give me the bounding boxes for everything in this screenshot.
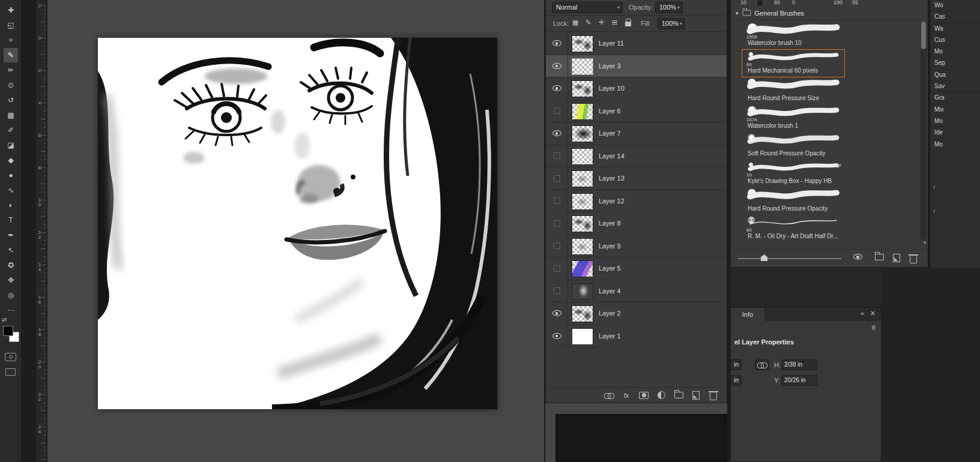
hand-tool[interactable]: ✥	[4, 273, 18, 287]
document-canvas[interactable]	[98, 38, 497, 409]
spot-healing-brush-tool[interactable]: ✚	[4, 3, 18, 17]
lock-all-icon[interactable]	[625, 22, 631, 26]
layer-visibility-toggle[interactable]	[546, 122, 568, 145]
slider-knob[interactable]	[756, 0, 764, 5]
path-select-tool[interactable]: ↖	[4, 243, 18, 257]
layer-visibility-toggle[interactable]	[546, 325, 568, 347]
scroll-down-icon[interactable]: ▾	[924, 240, 926, 245]
list-item[interactable]: Sep	[930, 58, 980, 69]
brush-item-watercolor-brush-10[interactable]: 1559 Watercolor brush 10 ✏	[731, 22, 919, 49]
layer-visibility-toggle[interactable]	[546, 55, 568, 77]
lock-artboard-icon[interactable]: ⊞	[612, 19, 617, 26]
layer-visibility-toggle[interactable]	[546, 32, 568, 55]
scrollbar-thumb[interactable]	[921, 22, 926, 49]
width-field[interactable]: in	[730, 359, 742, 370]
brush-item-rm-oil-dry-art-draft[interactable]: 80 R. M. - Oil Dry - Art Draft Half Dr..…	[731, 215, 919, 242]
layer-thumbnail[interactable]	[572, 306, 593, 322]
brush-item-watercolor-brush-1[interactable]: 1674 Watercolor brush 1 ✏	[731, 104, 919, 132]
secondary-canvas[interactable]	[555, 414, 727, 462]
layer-thumbnail[interactable]	[572, 36, 593, 52]
y-field[interactable]: 20/26 in	[781, 375, 817, 386]
brush-size-slider[interactable]	[738, 258, 841, 259]
smudge-tool[interactable]: ∿	[4, 183, 18, 197]
layer-visibility-toggle[interactable]	[546, 257, 568, 280]
brush-size-slider-handle[interactable]	[761, 254, 767, 261]
layer-thumbnail[interactable]	[572, 239, 593, 254]
layer-row-layer-7[interactable]: Layer 7	[546, 122, 727, 145]
tab-info[interactable]: Info	[731, 308, 764, 321]
layer-thumbnail[interactable]	[572, 284, 593, 299]
layer-row-layer-2[interactable]: Layer 2	[546, 302, 727, 325]
pattern-stamp-tool[interactable]: ▦	[4, 108, 18, 122]
layer-row-layer-1[interactable]: Layer 1	[546, 325, 727, 348]
layer-thumbnail[interactable]	[572, 171, 593, 187]
lock-pixels-icon[interactable]: ✎	[585, 19, 591, 26]
layer-thumbnail[interactable]	[572, 59, 593, 74]
layer-row-layer-8[interactable]: Layer 8	[546, 212, 727, 235]
eyedropper-tool[interactable]: ✧	[4, 33, 18, 47]
layer-thumbnail[interactable]	[572, 126, 593, 142]
new-layer-button[interactable]	[691, 391, 701, 400]
lock-transparency-icon[interactable]: ▦	[572, 19, 578, 26]
layer-visibility-toggle[interactable]	[546, 190, 568, 212]
list-item[interactable]: Mo	[930, 46, 980, 58]
shape-tool[interactable]: ✪	[4, 258, 18, 272]
pencil-tool[interactable]: ✏	[4, 63, 18, 77]
layer-row-layer-11[interactable]: Layer 11	[546, 32, 727, 55]
layer-thumbnail[interactable]	[572, 81, 593, 97]
layer-row-layer-4[interactable]: Layer 4	[546, 280, 727, 303]
layer-thumbnail[interactable]	[572, 194, 593, 209]
layer-visibility-toggle[interactable]	[546, 145, 568, 167]
brush-group-header[interactable]: ▾ General Brushes	[731, 6, 921, 20]
zoom-tool[interactable]: ◎	[4, 288, 18, 302]
foreground-color-swatch[interactable]	[3, 326, 13, 336]
clone-stamp-tool[interactable]: ⊙	[4, 78, 18, 92]
panel-menu-icon[interactable]: ≡	[871, 323, 876, 332]
height-field[interactable]: 2/38 in	[781, 359, 817, 370]
list-item[interactable]: Mo	[930, 116, 980, 127]
layer-visibility-toggle[interactable]	[546, 235, 568, 257]
layer-thumbnail[interactable]	[572, 261, 593, 277]
new-brush-button[interactable]	[893, 254, 900, 262]
layer-thumbnail[interactable]	[572, 104, 593, 119]
brushes-scrollbar[interactable]	[921, 22, 927, 240]
fill-input[interactable]: 100% ▾	[658, 18, 685, 29]
list-item[interactable]: Gra	[930, 92, 980, 104]
layer-row-layer-5[interactable]: Layer 5	[546, 257, 727, 280]
list-item[interactable]: Ide	[930, 127, 980, 139]
layer-effects-button[interactable]: fx	[622, 391, 631, 400]
brush-item-soft-round-pressure-opacity[interactable]: Soft Round Pressure Opacity ✏	[731, 132, 919, 160]
adjustment-layer-button[interactable]	[656, 391, 666, 400]
collapse-panel-icon[interactable]: «	[861, 310, 864, 317]
brush-item-hard-round-pressure-size[interactable]: Hard Round Pressure Size ✏	[731, 77, 919, 104]
layer-row-layer-14[interactable]: Layer 14	[546, 145, 727, 168]
list-item[interactable]: Mo	[930, 139, 980, 151]
layer-row-layer-3[interactable]: Layer 3	[546, 55, 727, 78]
gradient-tool[interactable]: ◆	[4, 153, 18, 167]
list-item[interactable]: Sav	[930, 81, 980, 92]
close-icon[interactable]: ✕	[870, 310, 876, 317]
chevron-right-icon[interactable]: ›	[933, 184, 935, 190]
link-dimensions-button[interactable]	[755, 359, 769, 370]
delete-brush-button[interactable]	[910, 254, 917, 263]
dodge-tool[interactable]: ◐	[4, 198, 18, 212]
add-layer-mask-button[interactable]	[639, 391, 649, 400]
edit-toolbar-button[interactable]: ⋯	[4, 303, 18, 317]
eraser-tool[interactable]: ◪	[4, 138, 18, 152]
layer-row-layer-6[interactable]: Layer 6	[546, 100, 727, 123]
layer-thumbnail[interactable]	[572, 216, 593, 232]
layer-row-layer-10[interactable]: Layer 10	[546, 77, 727, 100]
link-layers-button[interactable]	[604, 391, 614, 400]
blend-mode-select[interactable]: Normal ▾	[552, 2, 623, 13]
chevron-right-icon[interactable]: ›	[933, 208, 935, 214]
type-tool[interactable]: T	[4, 213, 18, 227]
layer-visibility-toggle[interactable]	[546, 100, 568, 122]
pen-tool[interactable]: ✒	[4, 228, 18, 242]
list-item[interactable]: Mix	[930, 104, 980, 116]
layer-thumbnail[interactable]	[572, 329, 593, 344]
list-item[interactable]: Cus	[930, 35, 980, 46]
brush-item-hard-mechanical-60[interactable]: 60 Hard Mechanical 60 pixels ✏	[731, 49, 919, 77]
x-field[interactable]: in	[730, 375, 742, 386]
brush-item-kyles-drawing-box-happy-hb[interactable]: 10 Kyle's Drawing Box - Happy HB ✏	[731, 160, 919, 187]
layer-row-layer-12[interactable]: Layer 12	[546, 190, 727, 213]
